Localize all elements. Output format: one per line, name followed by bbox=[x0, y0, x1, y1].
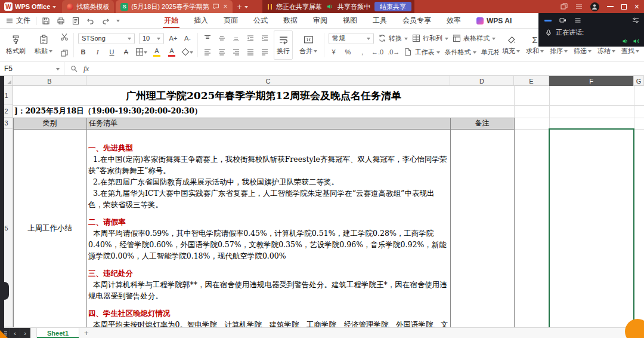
font-color-button[interactable]: A bbox=[166, 47, 177, 57]
cut-icon[interactable] bbox=[59, 32, 69, 42]
align-center-icon[interactable] bbox=[216, 47, 227, 57]
print-icon[interactable] bbox=[57, 17, 65, 25]
tab-home[interactable]: 开始 bbox=[164, 13, 178, 28]
tab-document[interactable]: S (5月18日) 2025春季学期第 × bbox=[116, 0, 232, 13]
cell-header-tasks[interactable]: 任务清单 bbox=[86, 118, 450, 129]
name-box[interactable]: F5 bbox=[0, 62, 64, 75]
new-tab-button[interactable]: + bbox=[237, 2, 242, 11]
tab-page-layout[interactable]: 页面 bbox=[224, 13, 238, 28]
side-dock-handle[interactable] bbox=[4, 282, 9, 300]
number-format-dropdown[interactable]: 常规 bbox=[329, 33, 374, 44]
close-window-button[interactable]: × bbox=[634, 2, 639, 11]
tab-member[interactable]: 会员专享 bbox=[402, 13, 431, 28]
comment-icon[interactable] bbox=[212, 3, 219, 10]
wps-home-button[interactable]: W WPS Office bbox=[0, 0, 60, 13]
sheet-tab-sheet1[interactable]: Sheet1 bbox=[36, 328, 79, 338]
zoom-formula-icon[interactable] bbox=[70, 65, 78, 72]
minimize-window-button[interactable] bbox=[607, 6, 614, 7]
increase-font-button[interactable]: A+ bbox=[168, 33, 178, 44]
tab-tools[interactable]: 工具 bbox=[373, 13, 387, 28]
settings-sliders-icon[interactable] bbox=[632, 17, 639, 24]
column-header-G[interactable]: G bbox=[634, 76, 644, 86]
microphone-icon[interactable] bbox=[545, 29, 552, 36]
font-name-dropdown[interactable]: STSong bbox=[78, 33, 135, 44]
convert-button[interactable]: 转换 bbox=[378, 34, 408, 43]
task-list-icon[interactable] bbox=[575, 3, 583, 10]
rows-columns-button[interactable]: 行和列 bbox=[412, 34, 448, 43]
column-header-D[interactable]: D bbox=[450, 76, 514, 86]
redo-icon[interactable] bbox=[101, 17, 110, 25]
tab-template-search[interactable]: 找稿类模板 bbox=[62, 0, 114, 13]
tab-view[interactable]: 视图 bbox=[343, 13, 357, 28]
cell-category-B5[interactable]: 上周工作小结 bbox=[13, 129, 86, 327]
comma-format-button[interactable]: , bbox=[357, 47, 367, 57]
next-sheet-icon[interactable]: › bbox=[20, 328, 30, 338]
chevron-down-icon[interactable] bbox=[52, 6, 56, 10]
table-style-button[interactable]: 表格样式 bbox=[453, 34, 496, 43]
fill-button[interactable]: 填充 bbox=[500, 30, 522, 60]
paste-button[interactable]: 粘贴 bbox=[32, 30, 55, 60]
tab-efficiency[interactable]: 效率 bbox=[447, 13, 461, 28]
align-right-icon[interactable] bbox=[231, 47, 241, 57]
tab-data[interactable]: 数据 bbox=[283, 13, 298, 28]
volume-icon[interactable] bbox=[622, 38, 629, 45]
align-top-icon[interactable] bbox=[202, 33, 212, 44]
prev-sheet-icon[interactable]: ‹ bbox=[10, 328, 20, 338]
undo-icon[interactable] bbox=[86, 17, 95, 25]
chevron-down-icon[interactable] bbox=[116, 20, 120, 24]
format-painter-button[interactable]: 格式刷 bbox=[4, 30, 28, 60]
panel-minimize-icon[interactable] bbox=[544, 20, 552, 21]
conditional-format-button[interactable]: 条件格式 bbox=[444, 48, 476, 57]
cell-header-remarks[interactable]: 备注 bbox=[450, 118, 514, 129]
font-size-dropdown[interactable]: 10 bbox=[139, 33, 164, 44]
tab-review[interactable]: 审阅 bbox=[313, 13, 327, 28]
avatar[interactable] bbox=[590, 2, 599, 11]
add-sheet-button[interactable]: + bbox=[79, 328, 94, 337]
volume-icon[interactable] bbox=[633, 38, 640, 45]
distribute-icon[interactable] bbox=[259, 47, 270, 57]
column-header-F[interactable]: F bbox=[549, 76, 634, 86]
align-left-icon[interactable] bbox=[202, 47, 212, 57]
cell-title-B1[interactable]: 广州理工学院2025年春季学期第12周班会及晚点名任务清单 bbox=[13, 86, 514, 105]
bold-button[interactable]: B bbox=[78, 47, 88, 57]
currency-format-button[interactable]: ¥ bbox=[329, 47, 339, 57]
switch-window-icon[interactable] bbox=[561, 3, 568, 10]
justify-icon[interactable] bbox=[245, 47, 255, 57]
tab-wps-ai[interactable]: WPS AI bbox=[476, 13, 512, 28]
increase-indent-icon[interactable] bbox=[259, 33, 270, 44]
camera-icon[interactable] bbox=[559, 17, 566, 24]
copy-icon[interactable] bbox=[59, 48, 69, 59]
close-tab-icon[interactable]: × bbox=[224, 3, 228, 10]
file-menu-button[interactable]: 文件 bbox=[0, 13, 36, 28]
column-header-B[interactable]: B bbox=[13, 76, 86, 86]
insert-function-icon[interactable]: fx bbox=[83, 64, 89, 73]
merge-cells-button[interactable]: 合并 bbox=[297, 30, 320, 60]
increase-decimal-button[interactable]: ←.0 bbox=[371, 47, 383, 57]
member-list-icon[interactable] bbox=[574, 17, 581, 24]
underline-button[interactable]: U bbox=[107, 47, 117, 57]
borders-button[interactable] bbox=[135, 47, 147, 57]
align-bottom-icon[interactable] bbox=[231, 33, 241, 44]
italic-button[interactable]: I bbox=[92, 47, 103, 57]
column-header-C[interactable]: C bbox=[86, 76, 450, 86]
save-icon[interactable] bbox=[42, 17, 50, 25]
tab-list-chevron-icon[interactable] bbox=[244, 6, 248, 10]
formula-input[interactable] bbox=[95, 62, 644, 75]
worksheet-button[interactable]: 工作表 bbox=[404, 48, 440, 57]
percent-format-button[interactable]: % bbox=[343, 47, 353, 57]
shading-button[interactable] bbox=[181, 47, 193, 57]
print-preview-icon[interactable] bbox=[72, 17, 80, 25]
decrease-indent-icon[interactable] bbox=[245, 33, 255, 44]
maximize-window-button[interactable] bbox=[621, 4, 627, 10]
decrease-decimal-button[interactable]: .0→ bbox=[388, 47, 400, 57]
cell-datetime-B2[interactable]: ]：2025年5月18日（19:00-19:30;20:00-20:30） bbox=[14, 105, 432, 118]
align-middle-icon[interactable] bbox=[216, 33, 227, 44]
strikethrough-button[interactable]: A bbox=[121, 47, 131, 57]
tab-insert[interactable]: 插入 bbox=[194, 13, 208, 28]
wrap-text-button[interactable]: 换行 bbox=[274, 30, 293, 60]
cell-header-category[interactable]: 类别 bbox=[13, 118, 86, 129]
cell-tasks-C5[interactable]: 一、先进典型 1.在中国(定南)客家街舞舞王争霸赛上，我校街舞校队斩获Frees… bbox=[88, 129, 448, 327]
stop-sharing-button[interactable]: 结束共享 bbox=[374, 2, 411, 11]
tab-formulas[interactable]: 公式 bbox=[253, 13, 268, 28]
column-header-E[interactable]: E bbox=[514, 76, 549, 86]
